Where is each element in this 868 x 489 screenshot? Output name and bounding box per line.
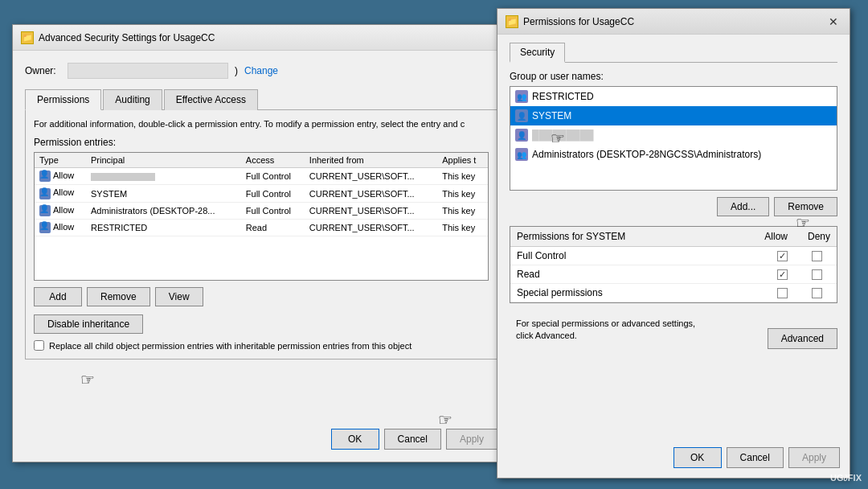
folder-icon: 📁 <box>21 31 34 44</box>
col-inherited: Inherited from <box>305 153 437 168</box>
remove-button[interactable]: Remove <box>87 287 150 306</box>
table-row[interactable]: Allow RESTRICTED Read CURRENT_USER\SOFT.… <box>35 219 488 236</box>
perms-for-header: Permissions for SYSTEM Allow Deny <box>510 227 837 247</box>
disable-inheritance-button[interactable]: Disable inheritance <box>34 314 143 334</box>
list-item[interactable]: 👤 █████████ <box>510 125 837 145</box>
perm-row-full-control: Full Control <box>510 247 837 265</box>
user-icon: 👥 <box>515 90 528 103</box>
info-text: For additional information, double-click… <box>34 118 489 130</box>
table-action-buttons: Add Remove View <box>34 287 489 306</box>
perm-checkboxes <box>777 288 830 298</box>
watermark: UG∂FIX <box>830 473 862 483</box>
add-remove-buttons: Add... Remove <box>510 197 837 216</box>
user-icon: 👤 <box>515 129 528 142</box>
permission-entries-table: Type Principal Access Inherited from App… <box>35 153 488 236</box>
group-label: Group or user names: <box>510 71 837 82</box>
perm-checkboxes <box>777 269 830 280</box>
list-item[interactable]: 👥 Administrators (DESKTOP-28NGCSS\Admini… <box>510 145 837 164</box>
table-row[interactable]: Allow SYSTEM Full Control CURRENT_USER\S… <box>35 185 488 202</box>
perm-row-special: Special permissions <box>510 284 837 302</box>
list-item[interactable]: 👤 SYSTEM <box>510 106 837 125</box>
user-icon: 👤 <box>515 109 528 122</box>
perms-for-section: Permissions for SYSTEM Allow Deny Full C… <box>510 226 837 303</box>
user-name: █████████ <box>532 129 594 141</box>
owner-brace: ) <box>235 65 238 76</box>
perm-name: Full Control <box>517 250 777 261</box>
perms-bottom-buttons: OK Cancel Apply <box>674 447 840 468</box>
tab-permissions[interactable]: Permissions <box>25 89 101 110</box>
deny-checkbox-full-control[interactable] <box>812 251 822 261</box>
permission-entries-table-container[interactable]: Type Principal Access Inherited from App… <box>34 152 489 281</box>
deny-col-label: Deny <box>808 231 830 242</box>
allow-checkbox-special[interactable] <box>777 288 788 298</box>
owner-row: Owner: ) Change <box>25 63 497 79</box>
perm-checkboxes <box>777 251 830 261</box>
owner-label: Owner: <box>25 65 61 76</box>
user-icon <box>39 188 51 199</box>
perms-window-title: Permissions for UsageCC <box>523 16 634 27</box>
advanced-button[interactable]: Advanced <box>768 328 837 349</box>
replace-checkbox-label: Replace all child object permission entr… <box>49 341 411 351</box>
col-type: Type <box>35 153 86 168</box>
apply-button[interactable]: Apply <box>446 429 497 450</box>
perms-folder-icon: 📁 <box>506 15 518 28</box>
special-note: For special permissions or advanced sett… <box>510 311 702 349</box>
permission-entries-label: Permission entries: <box>34 137 489 148</box>
cancel-button[interactable]: Cancel <box>384 429 441 450</box>
table-row[interactable]: Allow Full Control CURRENT_USER\SOFT... … <box>35 168 488 185</box>
close-button[interactable]: ✕ <box>825 14 841 30</box>
user-name: RESTRICTED <box>532 91 594 102</box>
main-window-title: Advanced Security Settings for UsageCC <box>39 32 215 43</box>
deny-checkbox-special[interactable] <box>812 288 822 298</box>
user-name: Administrators (DESKTOP-28NGCSS\Administ… <box>532 149 761 160</box>
user-icon <box>39 222 51 233</box>
user-name: SYSTEM <box>532 110 571 121</box>
tab-auditing[interactable]: Auditing <box>103 89 162 110</box>
col-principal: Principal <box>86 153 241 168</box>
owner-value-box <box>68 63 228 79</box>
remove-user-button[interactable]: Remove <box>774 197 837 216</box>
tabs-bar: Permissions Auditing Effective Access <box>25 88 497 110</box>
advanced-security-window: 📁 Advanced Security Settings for UsageCC… <box>12 24 510 462</box>
perm-row-read: Read <box>510 265 837 284</box>
main-bottom-buttons: OK Cancel Apply <box>331 429 497 450</box>
perms-cancel-button[interactable]: Cancel <box>727 447 784 468</box>
perms-titlebar: 📁 Permissions for UsageCC ✕ <box>497 9 850 35</box>
perms-col-headers: Allow Deny <box>764 231 830 242</box>
ok-button[interactable]: OK <box>331 429 379 450</box>
perms-for-label: Permissions for SYSTEM <box>517 231 625 242</box>
list-item[interactable]: 👥 RESTRICTED <box>510 87 837 106</box>
perms-ok-button[interactable]: OK <box>674 447 722 468</box>
user-icon: 👥 <box>515 148 528 161</box>
user-icon <box>39 205 51 216</box>
col-applies: Applies t <box>437 153 488 168</box>
replace-checkbox[interactable] <box>34 340 44 351</box>
add-user-button[interactable]: Add... <box>717 197 769 216</box>
allow-checkbox-full-control[interactable] <box>777 251 788 261</box>
perms-apply-button[interactable]: Apply <box>788 447 840 468</box>
col-access: Access <box>241 153 305 168</box>
allow-checkbox-read[interactable] <box>777 269 788 280</box>
deny-checkbox-read[interactable] <box>812 269 822 280</box>
table-row[interactable]: Allow Administrators (DESKTOP-28... Full… <box>35 202 488 219</box>
allow-col-label: Allow <box>764 231 788 242</box>
user-icon <box>39 171 51 182</box>
add-button[interactable]: Add <box>34 287 82 306</box>
view-button[interactable]: View <box>155 287 203 306</box>
security-tab-border: Security <box>510 43 837 63</box>
main-titlebar: 📁 Advanced Security Settings for UsageCC <box>13 25 510 51</box>
change-link[interactable]: Change <box>244 65 278 76</box>
main-content: Owner: ) Change Permissions Auditing Eff… <box>13 51 510 372</box>
user-list[interactable]: 👥 RESTRICTED 👤 SYSTEM 👤 █████████ 👥 Admi… <box>510 86 837 191</box>
permissions-window: 📁 Permissions for UsageCC ✕ Security Gro… <box>497 8 850 479</box>
perm-name: Read <box>517 269 777 280</box>
permissions-content: For additional information, double-click… <box>25 110 497 360</box>
perm-name: Special permissions <box>517 287 777 298</box>
tab-effective-access[interactable]: Effective Access <box>164 89 258 110</box>
replace-checkbox-row: Replace all child object permission entr… <box>34 340 489 351</box>
security-tab[interactable]: Security <box>510 43 565 63</box>
security-tab-content: Security Group or user names: 👥 RESTRICT… <box>497 35 850 365</box>
special-note-row: For special permissions or advanced sett… <box>510 311 837 349</box>
